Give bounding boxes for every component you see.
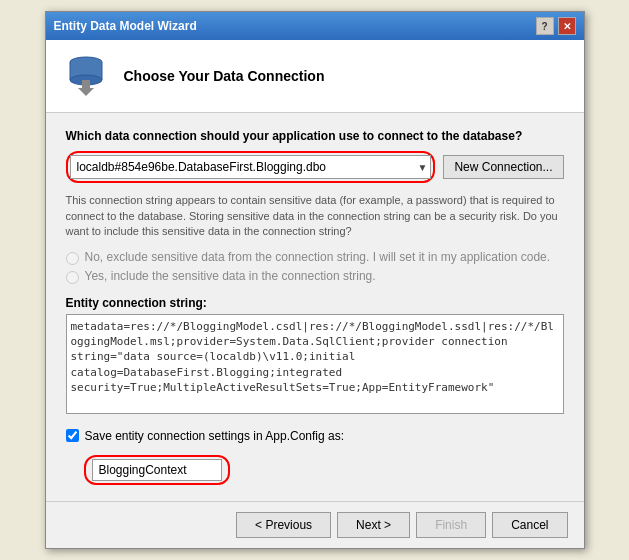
cancel-button[interactable]: Cancel: [492, 512, 567, 538]
window-title: Entity Data Model Wizard: [54, 19, 197, 33]
connection-row: localdb#854e96be.DatabaseFirst.Blogging.…: [66, 151, 564, 183]
entity-connection-textarea[interactable]: [66, 314, 564, 414]
close-button[interactable]: ✕: [558, 17, 576, 35]
radio-item-yes: Yes, include the sensitive data in the c…: [66, 269, 564, 284]
radio-yes[interactable]: [66, 271, 79, 284]
radio-item-no: No, exclude sensitive data from the conn…: [66, 250, 564, 265]
content-area: Which data connection should your applic…: [46, 113, 584, 500]
title-bar: Entity Data Model Wizard ? ✕: [46, 12, 584, 40]
footer: < Previous Next > Finish Cancel: [46, 501, 584, 548]
connection-select[interactable]: localdb#854e96be.DatabaseFirst.Blogging.…: [70, 155, 432, 179]
next-button[interactable]: Next >: [337, 512, 410, 538]
sensitive-info-text: This connection string appears to contai…: [66, 193, 564, 239]
database-icon: [62, 52, 110, 100]
svg-marker-6: [78, 88, 94, 96]
header-title: Choose Your Data Connection: [124, 68, 325, 84]
help-button[interactable]: ?: [536, 17, 554, 35]
previous-button[interactable]: < Previous: [236, 512, 331, 538]
title-bar-left: Entity Data Model Wizard: [54, 19, 197, 33]
radio-group: No, exclude sensitive data from the conn…: [66, 250, 564, 284]
entity-connection-label: Entity connection string:: [66, 296, 564, 310]
radio-no-label: No, exclude sensitive data from the conn…: [85, 250, 551, 264]
title-bar-controls: ? ✕: [536, 17, 576, 35]
new-connection-button[interactable]: New Connection...: [443, 155, 563, 179]
save-label: Save entity connection settings in App.C…: [85, 429, 345, 443]
question-label: Which data connection should your applic…: [66, 129, 564, 143]
wizard-window: Entity Data Model Wizard ? ✕ Choose Your…: [45, 11, 585, 548]
save-checkbox[interactable]: [66, 429, 79, 442]
app-config-input-wrapper: [84, 455, 230, 485]
save-row: Save entity connection settings in App.C…: [66, 429, 564, 443]
connection-select-wrapper: localdb#854e96be.DatabaseFirst.Blogging.…: [66, 151, 436, 183]
header-section: Choose Your Data Connection: [46, 40, 584, 113]
finish-button[interactable]: Finish: [416, 512, 486, 538]
radio-no[interactable]: [66, 252, 79, 265]
app-config-input[interactable]: [92, 459, 222, 481]
svg-rect-5: [82, 80, 90, 88]
radio-yes-label: Yes, include the sensitive data in the c…: [85, 269, 376, 283]
